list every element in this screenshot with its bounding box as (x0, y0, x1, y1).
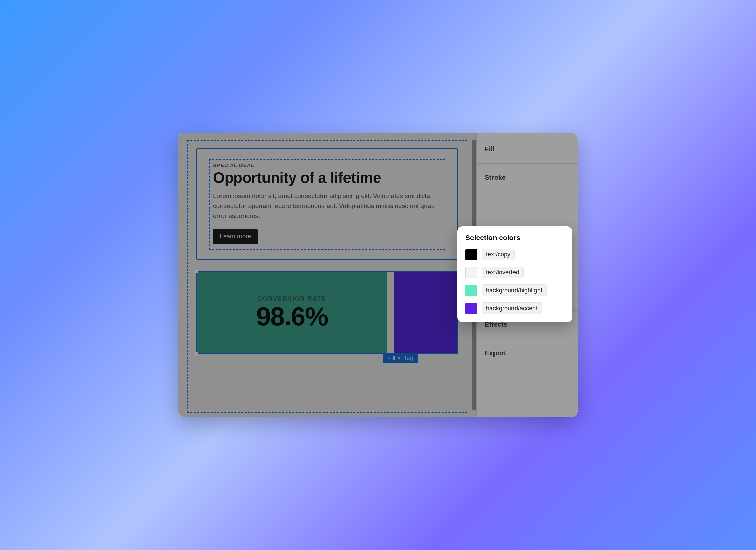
color-row-background-accent: background/accent (465, 302, 564, 314)
swatch-text-inverted[interactable] (465, 267, 477, 278)
variable-chip-background-accent[interactable]: background/accent (482, 302, 542, 314)
stat-tile-accent[interactable] (394, 272, 457, 353)
stat-tile-highlight[interactable]: CONVERSION RATE 98.6% (197, 272, 387, 353)
color-row-text-copy: text/copy (465, 249, 564, 260)
popover-title: Selection colors (465, 234, 564, 242)
swatch-background-highlight[interactable] (465, 285, 477, 296)
panel-section-stroke[interactable]: Stroke (477, 164, 578, 192)
stat-value: 98.6% (256, 303, 328, 330)
layout-size-badge: Fill × Hug (383, 353, 418, 363)
canvas-area[interactable]: SPECIAL DEAL Opportunity of a lifetime L… (178, 133, 476, 417)
learn-more-button[interactable]: Learn more (213, 229, 258, 244)
headline-text: Opportunity of a lifetime (213, 169, 441, 186)
panel-section-export[interactable]: Export (477, 339, 578, 367)
eyebrow-text: SPECIAL DEAL (213, 162, 441, 168)
promo-card-content-outline: SPECIAL DEAL Opportunity of a lifetime L… (209, 159, 445, 250)
swatch-text-copy[interactable] (465, 249, 477, 260)
selection-handle-top-left[interactable] (195, 270, 198, 273)
selection-colors-popover: Selection colors text/copy text/inverted… (457, 226, 572, 322)
selection-handle-bottom-left[interactable] (195, 352, 198, 355)
parent-frame-outline: SPECIAL DEAL Opportunity of a lifetime L… (187, 140, 467, 413)
promo-card-frame[interactable]: SPECIAL DEAL Opportunity of a lifetime L… (196, 148, 458, 260)
variable-chip-text-copy[interactable]: text/copy (482, 249, 515, 260)
swatch-background-accent[interactable] (465, 303, 477, 314)
variable-chip-text-inverted[interactable]: text/inverted (482, 267, 524, 278)
selected-stats-row[interactable]: CONVERSION RATE 98.6% Fill × Hug (196, 271, 458, 354)
design-tool-window: SPECIAL DEAL Opportunity of a lifetime L… (178, 133, 578, 417)
panel-section-fill[interactable]: Fill (477, 135, 578, 164)
color-row-text-inverted: text/inverted (465, 267, 564, 278)
color-row-background-highlight: background/highlight (465, 284, 564, 296)
variable-chip-background-highlight[interactable]: background/highlight (482, 284, 547, 296)
body-copy-text: Lorem ipsum dolor sit, amet consectetur … (213, 191, 441, 221)
